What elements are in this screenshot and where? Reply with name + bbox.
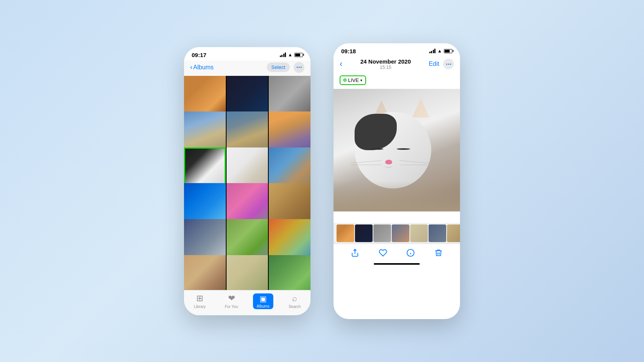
photo-cell[interactable]	[227, 183, 268, 225]
cat-whisker-l2	[352, 165, 382, 165]
photo-cell[interactable]	[184, 111, 226, 153]
search-tab-icon: ⌕	[292, 293, 297, 303]
tab-search-label: Search	[289, 305, 301, 309]
left-status-time: 09:17	[192, 52, 206, 58]
photo-bottom-space	[334, 211, 460, 223]
detail-title-area: 24 November 2020 15:15	[360, 58, 411, 70]
photo-cell[interactable]	[184, 76, 226, 118]
cat-eye-left	[370, 148, 383, 150]
back-label: Albums	[193, 64, 214, 71]
action-bar	[334, 244, 460, 260]
cat-eye-right	[397, 148, 410, 150]
cat-photo-background	[334, 89, 460, 211]
photo-time: 15:15	[360, 65, 411, 70]
photo-cell[interactable]	[227, 111, 268, 153]
home-indicator	[374, 263, 420, 265]
left-status-bar: 09:17 ▲	[184, 47, 310, 61]
cat-ear-right	[412, 98, 429, 118]
delete-button[interactable]	[434, 249, 443, 257]
right-signal-icon	[429, 49, 436, 53]
left-phone: 09:17 ▲ ‹ Albums Select	[184, 47, 310, 315]
photo-date: 24 November 2020	[360, 58, 411, 65]
detail-back-button[interactable]: ‹	[340, 59, 342, 69]
back-chevron-icon: ‹	[190, 63, 192, 71]
live-dot-icon	[343, 79, 347, 82]
photo-cell[interactable]	[269, 255, 310, 290]
photo-cell[interactable]	[184, 255, 226, 290]
albums-icon: ▣	[260, 294, 267, 303]
info-icon	[406, 249, 415, 257]
photo-cell[interactable]	[184, 219, 226, 261]
thumbnail[interactable]	[355, 224, 373, 242]
right-status-time: 09:18	[341, 48, 356, 54]
right-battery-icon	[444, 49, 452, 53]
live-label: LIVE	[348, 77, 359, 83]
back-button[interactable]: ‹ Albums	[190, 63, 214, 71]
library-icon: ⊞	[196, 293, 203, 303]
albums-nav-bar: ‹ Albums Select	[184, 61, 310, 76]
right-phone: 09:18 ▲ ‹ 24 November 2020	[334, 43, 460, 319]
favorite-button[interactable]	[379, 249, 387, 257]
photo-cell[interactable]	[269, 183, 310, 225]
share-icon	[351, 249, 359, 257]
info-button[interactable]	[406, 249, 415, 257]
tab-bar: ⊞ Library ❤ For You ▣ Albums ⌕ Search	[184, 290, 310, 315]
thumbnail-strip	[334, 223, 460, 244]
photo-grid	[184, 76, 310, 290]
more-dots-icon	[446, 64, 451, 65]
cat-mouth	[384, 164, 393, 168]
right-status-bar: 09:18 ▲	[334, 43, 460, 57]
for-you-icon: ❤	[228, 293, 235, 303]
battery-icon	[294, 53, 303, 57]
tab-library[interactable]: ⊞ Library	[184, 293, 216, 309]
thumbnail[interactable]	[429, 224, 446, 242]
photo-cell[interactable]	[269, 111, 310, 153]
nav-actions: Select	[267, 62, 304, 73]
live-badge[interactable]: LIVE ▾	[340, 75, 366, 85]
selected-photo-cell[interactable]	[184, 147, 226, 189]
tab-albums[interactable]: ▣ Albums	[247, 293, 279, 309]
heart-icon	[379, 249, 387, 257]
photo-cell[interactable]	[227, 76, 268, 118]
photo-cell[interactable]	[227, 219, 268, 261]
back-chevron-icon: ‹	[340, 59, 342, 69]
tab-search[interactable]: ⌕ Search	[279, 293, 311, 309]
thumbnail[interactable]	[392, 224, 409, 242]
edit-button[interactable]: Edit	[429, 61, 439, 67]
tab-albums-label: Albums	[257, 304, 269, 308]
photo-cell[interactable]	[269, 76, 310, 118]
tab-library-label: Library	[194, 305, 206, 309]
thumbnail[interactable]	[447, 224, 460, 242]
wifi-icon: ▲	[288, 52, 292, 57]
photo-cell[interactable]	[184, 183, 226, 225]
right-status-icons: ▲	[429, 48, 452, 54]
share-button[interactable]	[351, 249, 359, 257]
left-status-icons: ▲	[280, 52, 303, 57]
thumbnail[interactable]	[337, 224, 354, 242]
cat-body	[334, 181, 460, 211]
cat-whisker-r2	[401, 165, 430, 165]
detail-nav-bar: ‹ 24 November 2020 15:15 Edit	[334, 57, 460, 73]
trash-icon	[434, 249, 443, 257]
select-button[interactable]: Select	[267, 62, 290, 72]
right-wifi-icon: ▲	[437, 48, 442, 54]
more-dots-icon	[297, 67, 302, 68]
photo-cell[interactable]	[227, 255, 268, 290]
main-photo[interactable]	[334, 89, 460, 211]
thumbnail[interactable]	[410, 224, 428, 242]
more-button[interactable]	[294, 62, 304, 73]
thumbnail[interactable]	[373, 224, 391, 242]
live-chevron-icon: ▾	[360, 78, 362, 82]
phones-container: 09:17 ▲ ‹ Albums Select	[184, 43, 460, 319]
tab-for-you-label: For You	[225, 305, 238, 309]
cat-nose	[385, 160, 392, 164]
photo-cell[interactable]	[269, 147, 310, 189]
tab-for-you[interactable]: ❤ For You	[216, 293, 248, 309]
photo-cell[interactable]	[269, 219, 310, 261]
detail-more-button[interactable]	[443, 59, 454, 69]
signal-icon	[280, 52, 286, 57]
photo-cell[interactable]	[227, 147, 268, 189]
